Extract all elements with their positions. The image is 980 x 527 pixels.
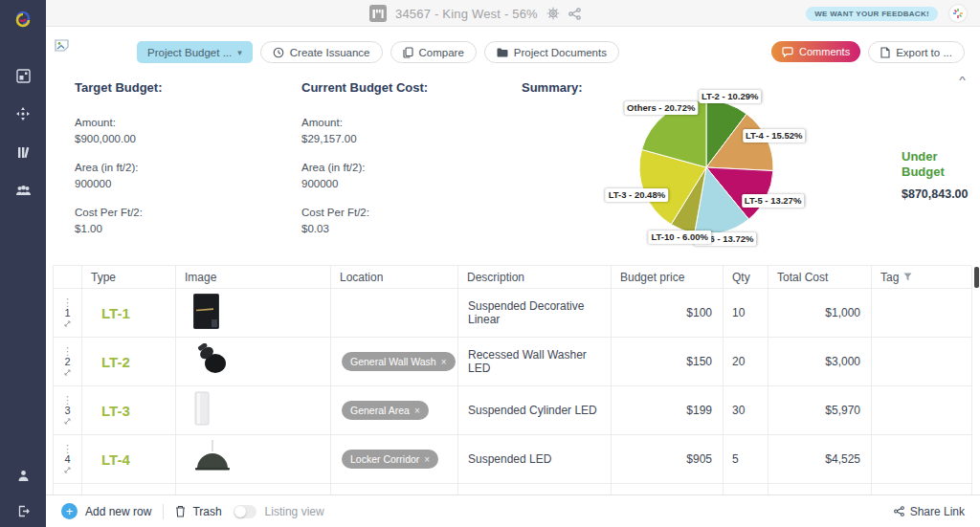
trash-button[interactable]: Trash bbox=[175, 505, 221, 518]
location-cell[interactable]: Locker Corridor× bbox=[331, 435, 458, 484]
type-cell[interactable]: LT-1 bbox=[82, 289, 176, 338]
location-cell[interactable]: General Wall Wash× bbox=[331, 338, 458, 386]
comments-button[interactable]: Comments bbox=[771, 41, 860, 62]
row-number: 2 bbox=[64, 357, 70, 367]
header-handle bbox=[54, 266, 82, 289]
image-cell[interactable] bbox=[176, 435, 331, 484]
settings-gear-icon[interactable] bbox=[546, 7, 560, 20]
topbar-right: WE WANT YOUR FEEDBACK! bbox=[806, 0, 967, 27]
qty-cell[interactable]: 5 bbox=[724, 435, 768, 484]
row-handle-cell: ⋮ 4 bbox=[54, 435, 82, 484]
row-expand-icon[interactable] bbox=[63, 466, 72, 474]
logout-icon[interactable] bbox=[11, 498, 35, 523]
location-cell[interactable]: General Area× bbox=[331, 386, 458, 435]
folder-icon bbox=[497, 48, 508, 57]
compare-button[interactable]: Compare bbox=[390, 41, 477, 63]
type-cell[interactable]: LT-3 bbox=[82, 386, 176, 435]
row-drag-handle[interactable]: ⋮ bbox=[62, 445, 73, 453]
description-cell[interactable]: Suspended Cylinder LED bbox=[458, 386, 612, 435]
project-budget-label: Project Budget ... bbox=[147, 47, 232, 58]
add-new-row-button[interactable]: Add new row bbox=[85, 505, 151, 518]
broken-image-icon bbox=[55, 38, 69, 55]
tag-cell[interactable] bbox=[872, 386, 972, 435]
remove-tag-icon[interactable]: × bbox=[414, 406, 420, 416]
header-tag: Tag bbox=[872, 266, 972, 289]
share-link-button[interactable]: Share Link bbox=[894, 505, 965, 518]
compare-label: Compare bbox=[419, 47, 464, 58]
type-cell[interactable]: LT-2 bbox=[82, 338, 176, 386]
row-expand-icon[interactable] bbox=[63, 319, 72, 328]
confetti-icon[interactable] bbox=[949, 5, 967, 22]
cost-label: Cost Per Ft/2: bbox=[301, 205, 502, 221]
total-cost-cell[interactable]: $1,000 bbox=[768, 289, 872, 338]
total-cost-cell[interactable]: $4,525 bbox=[768, 435, 872, 484]
title-group: 34567 - King West - 56% bbox=[369, 0, 581, 27]
create-issuance-button[interactable]: Create Issuance bbox=[260, 41, 383, 63]
pie-label-LT-5: LT-5 - 13.27% bbox=[742, 194, 805, 208]
header-total-cost: Total Cost bbox=[768, 266, 872, 289]
pie-label-LT-3: LT-3 - 20.48% bbox=[606, 188, 669, 202]
comments-label: Comments bbox=[799, 46, 850, 57]
location-tag-pill[interactable]: General Wall Wash× bbox=[342, 352, 456, 371]
profile-icon[interactable] bbox=[11, 463, 35, 488]
share-link-icon bbox=[894, 506, 904, 516]
filter-icon[interactable] bbox=[903, 273, 912, 281]
tag-cell[interactable] bbox=[872, 338, 972, 386]
add-row-icon[interactable]: + bbox=[61, 503, 78, 519]
qty-cell[interactable]: 30 bbox=[724, 386, 768, 435]
table-header-row: Type Image Location Description Budget p… bbox=[54, 266, 971, 289]
description-cell[interactable]: Suspended LED bbox=[458, 435, 612, 484]
location-tag-pill[interactable]: General Area× bbox=[342, 401, 429, 420]
qty-cell[interactable]: 10 bbox=[724, 289, 768, 338]
description-cell[interactable]: Recessed Wall Washer LED bbox=[458, 338, 612, 386]
listing-view-label: Listing view bbox=[265, 505, 324, 518]
product-image bbox=[193, 343, 232, 380]
budget-price-cell[interactable]: $199 bbox=[612, 386, 724, 435]
caret-down-icon: ▾ bbox=[237, 48, 242, 57]
collapse-summary-icon[interactable]: ^ bbox=[959, 74, 966, 84]
row-expand-icon[interactable] bbox=[63, 368, 72, 377]
sidebar-item-move[interactable] bbox=[11, 101, 35, 126]
current-amount-value: $29,157.00 bbox=[301, 131, 502, 147]
toolbar: Project Budget ... ▾ Create Issuance Com… bbox=[137, 41, 619, 63]
budget-price-cell[interactable]: $100 bbox=[612, 289, 724, 338]
listing-view-toggle[interactable] bbox=[234, 505, 256, 518]
app-logo-icon[interactable] bbox=[10, 6, 36, 33]
budget-price-cell[interactable]: $150 bbox=[612, 338, 724, 386]
feedback-badge[interactable]: WE WANT YOUR FEEDBACK! bbox=[806, 7, 938, 21]
tag-cell[interactable] bbox=[872, 289, 972, 338]
cost-label: Cost Per Ft/2: bbox=[75, 205, 276, 221]
tag-cell[interactable] bbox=[872, 435, 972, 484]
type-cell[interactable]: LT-4 bbox=[82, 435, 176, 484]
budget-price-cell[interactable]: $905 bbox=[612, 435, 724, 484]
table-row: ⋮ 3 LT-3 General Area× Suspended Cylinde… bbox=[54, 386, 971, 435]
row-drag-handle[interactable]: ⋮ bbox=[62, 347, 73, 356]
row-number: 4 bbox=[64, 454, 70, 465]
project-budget-dropdown[interactable]: Project Budget ... ▾ bbox=[137, 41, 253, 63]
row-drag-handle[interactable]: ⋮ bbox=[62, 396, 73, 405]
table-scrollbar-thumb[interactable] bbox=[974, 267, 979, 288]
sidebar-item-team[interactable] bbox=[11, 178, 35, 203]
image-cell[interactable] bbox=[176, 338, 331, 386]
share-icon[interactable] bbox=[568, 8, 581, 20]
location-cell[interactable] bbox=[331, 289, 458, 338]
trash-icon bbox=[175, 505, 186, 517]
total-cost-cell[interactable]: $3,000 bbox=[768, 338, 872, 386]
qty-cell[interactable]: 20 bbox=[724, 338, 768, 386]
row-drag-handle[interactable]: ⋮ bbox=[62, 298, 73, 307]
header-description: Description bbox=[458, 266, 612, 289]
image-cell[interactable] bbox=[176, 289, 331, 338]
row-expand-icon[interactable] bbox=[63, 417, 72, 426]
total-cost-cell[interactable]: $5,970 bbox=[768, 386, 872, 435]
export-button[interactable]: Export to ... bbox=[868, 41, 965, 63]
image-cell[interactable] bbox=[176, 386, 331, 435]
remove-tag-icon[interactable]: × bbox=[441, 357, 447, 367]
description-cell[interactable]: Suspended Decorative Linear bbox=[458, 289, 612, 338]
remove-tag-icon[interactable]: × bbox=[424, 454, 430, 465]
sidebar-item-library[interactable] bbox=[11, 140, 35, 165]
sidebar-item-board[interactable] bbox=[11, 63, 35, 88]
project-documents-button[interactable]: Project Documents bbox=[484, 41, 619, 63]
current-budget-heading: Current Budget Cost: bbox=[301, 80, 502, 95]
location-tag-pill[interactable]: Locker Corridor× bbox=[342, 450, 438, 469]
row-number: 1 bbox=[64, 308, 70, 318]
